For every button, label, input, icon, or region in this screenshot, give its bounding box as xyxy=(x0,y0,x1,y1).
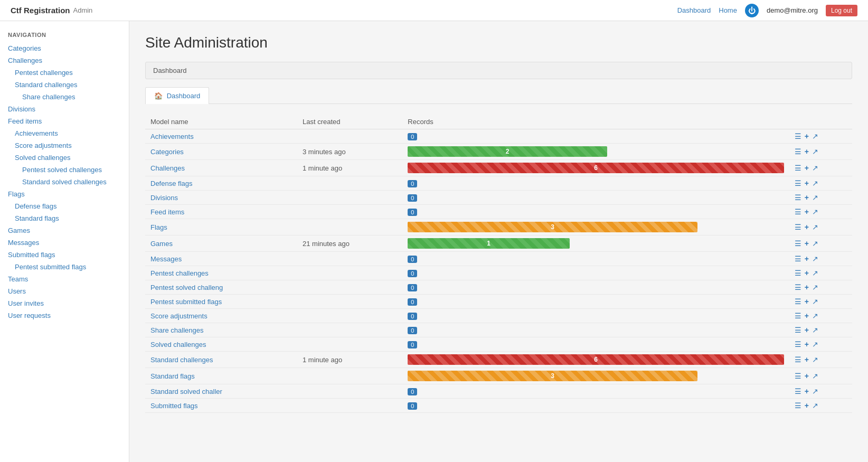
add-icon[interactable]: + xyxy=(805,283,809,291)
list-icon[interactable]: ☰ xyxy=(795,164,801,172)
sidebar-item-feed-items[interactable]: Feed items xyxy=(0,115,129,127)
share-icon[interactable]: ↗ xyxy=(812,147,818,156)
list-icon[interactable]: ☰ xyxy=(795,312,801,320)
list-icon[interactable]: ☰ xyxy=(795,254,801,263)
sidebar-item-user-invites[interactable]: User invites xyxy=(0,297,129,309)
logout-button[interactable]: Log out xyxy=(826,5,857,16)
share-icon[interactable]: ↗ xyxy=(812,355,818,364)
share-icon[interactable]: ↗ xyxy=(812,254,818,263)
share-icon[interactable]: ↗ xyxy=(812,326,818,334)
add-icon[interactable]: + xyxy=(805,387,809,395)
list-icon[interactable]: ☰ xyxy=(795,239,801,248)
list-icon[interactable]: ☰ xyxy=(795,401,801,410)
dashboard-tab[interactable]: 🏠 Dashboard xyxy=(145,87,209,104)
model-link[interactable]: Challenges xyxy=(150,164,185,172)
share-icon[interactable]: ↗ xyxy=(812,312,818,320)
model-link[interactable]: Defense flags xyxy=(150,180,193,187)
list-icon[interactable]: ☰ xyxy=(795,355,801,364)
model-link[interactable]: Pentest challenges xyxy=(150,269,209,277)
model-link[interactable]: Divisions xyxy=(150,194,178,202)
share-icon[interactable]: ↗ xyxy=(812,164,818,172)
model-link[interactable]: Games xyxy=(150,240,173,248)
share-icon[interactable]: ↗ xyxy=(812,132,818,140)
add-icon[interactable]: + xyxy=(805,208,809,216)
sidebar-item-standard-challenges[interactable]: Standard challenges xyxy=(0,79,129,91)
sidebar-item-teams[interactable]: Teams xyxy=(0,273,129,285)
list-icon[interactable]: ☰ xyxy=(795,193,801,202)
list-icon[interactable]: ☰ xyxy=(795,179,801,187)
share-icon[interactable]: ↗ xyxy=(812,372,818,380)
share-icon[interactable]: ↗ xyxy=(812,179,818,187)
list-icon[interactable]: ☰ xyxy=(795,132,801,140)
share-icon[interactable]: ↗ xyxy=(812,269,818,277)
add-icon[interactable]: + xyxy=(805,401,809,410)
share-icon[interactable]: ↗ xyxy=(812,297,818,306)
list-icon[interactable]: ☰ xyxy=(795,269,801,277)
share-icon[interactable]: ↗ xyxy=(812,239,818,248)
add-icon[interactable]: + xyxy=(805,269,809,277)
model-link[interactable]: Standard solved challer xyxy=(150,388,222,395)
sidebar-item-games[interactable]: Games xyxy=(0,224,129,237)
share-icon[interactable]: ↗ xyxy=(812,401,818,410)
share-icon[interactable]: ↗ xyxy=(812,387,818,395)
sidebar-item-score-adjustments[interactable]: Score adjustments xyxy=(0,139,129,152)
add-icon[interactable]: + xyxy=(805,254,809,263)
sidebar-item-achievements[interactable]: Achievements xyxy=(0,127,129,139)
model-link[interactable]: Solved challenges xyxy=(150,341,206,348)
add-icon[interactable]: + xyxy=(805,223,809,231)
share-icon[interactable]: ↗ xyxy=(812,193,818,202)
model-link[interactable]: Achievements xyxy=(150,133,194,140)
model-link[interactable]: Submitted flags xyxy=(150,402,198,410)
sidebar-item-categories[interactable]: Categories xyxy=(0,42,129,54)
model-link[interactable]: Share challenges xyxy=(150,326,203,334)
model-link[interactable]: Standard challenges xyxy=(150,356,213,364)
sidebar-item-pentest-solved-challenges[interactable]: Pentest solved challenges xyxy=(0,164,129,176)
model-link[interactable]: Flags xyxy=(150,223,167,231)
sidebar-item-share-challenges[interactable]: Share challenges xyxy=(0,91,129,103)
sidebar-item-submitted-flags[interactable]: Submitted flags xyxy=(0,249,129,261)
list-icon[interactable]: ☰ xyxy=(795,283,801,291)
sidebar-item-divisions[interactable]: Divisions xyxy=(0,103,129,115)
share-icon[interactable]: ↗ xyxy=(812,223,818,231)
home-link[interactable]: Home xyxy=(719,6,737,14)
share-icon[interactable]: ↗ xyxy=(812,283,818,291)
add-icon[interactable]: + xyxy=(805,147,809,156)
sidebar-item-solved-challenges[interactable]: Solved challenges xyxy=(0,152,129,164)
sidebar-item-messages[interactable]: Messages xyxy=(0,237,129,249)
sidebar-item-standard-flags[interactable]: Standard flags xyxy=(0,212,129,224)
add-icon[interactable]: + xyxy=(805,193,809,202)
sidebar-item-standard-solved-challenges[interactable]: Standard solved challenges xyxy=(0,176,129,188)
list-icon[interactable]: ☰ xyxy=(795,326,801,334)
add-icon[interactable]: + xyxy=(805,164,809,172)
model-link[interactable]: Messages xyxy=(150,255,182,263)
list-icon[interactable]: ☰ xyxy=(795,297,801,306)
sidebar-item-user-requests[interactable]: User requests xyxy=(0,309,129,322)
add-icon[interactable]: + xyxy=(805,372,809,380)
add-icon[interactable]: + xyxy=(805,355,809,364)
sidebar-item-flags[interactable]: Flags xyxy=(0,188,129,200)
add-icon[interactable]: + xyxy=(805,326,809,334)
list-icon[interactable]: ☰ xyxy=(795,372,801,380)
add-icon[interactable]: + xyxy=(805,312,809,320)
model-link[interactable]: Feed items xyxy=(150,208,184,216)
list-icon[interactable]: ☰ xyxy=(795,387,801,395)
model-link[interactable]: Pentest submitted flags xyxy=(150,298,222,306)
add-icon[interactable]: + xyxy=(805,340,809,348)
share-icon[interactable]: ↗ xyxy=(812,340,818,348)
model-link[interactable]: Standard flags xyxy=(150,372,195,380)
add-icon[interactable]: + xyxy=(805,239,809,248)
list-icon[interactable]: ☰ xyxy=(795,223,801,231)
list-icon[interactable]: ☰ xyxy=(795,208,801,216)
dashboard-link[interactable]: Dashboard xyxy=(677,6,711,14)
add-icon[interactable]: + xyxy=(805,297,809,306)
list-icon[interactable]: ☰ xyxy=(795,147,801,156)
add-icon[interactable]: + xyxy=(805,132,809,140)
list-icon[interactable]: ☰ xyxy=(795,340,801,348)
add-icon[interactable]: + xyxy=(805,179,809,187)
model-link[interactable]: Pentest solved challeng xyxy=(150,284,223,291)
sidebar-item-pentest-submitted-flags[interactable]: Pentest submitted flags xyxy=(0,261,129,273)
share-icon[interactable]: ↗ xyxy=(812,208,818,216)
model-link[interactable]: Score adjustments xyxy=(150,312,207,320)
sidebar-item-users[interactable]: Users xyxy=(0,285,129,297)
sidebar-item-challenges[interactable]: Challenges xyxy=(0,54,129,67)
